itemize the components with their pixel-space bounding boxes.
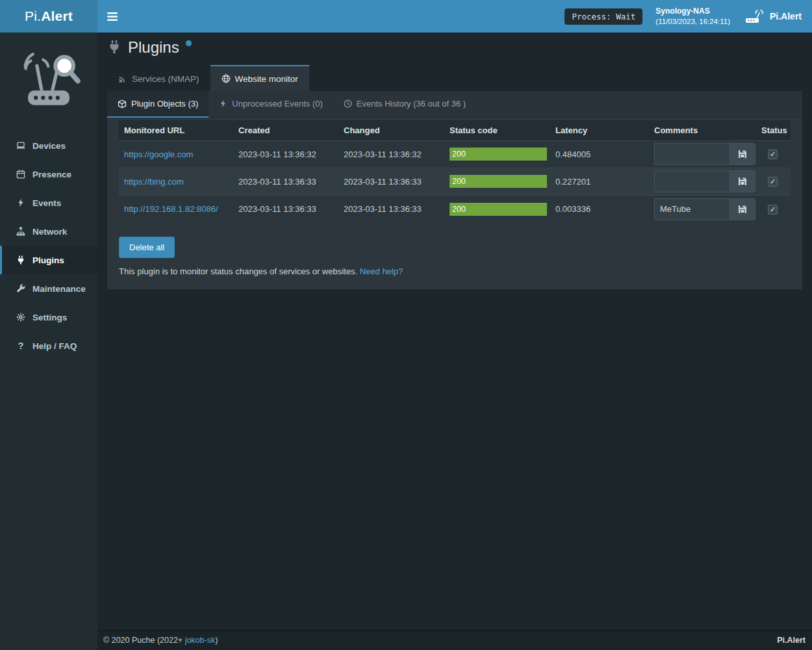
plugin-description-text: This plugin is to monitor status changes… — [119, 266, 357, 276]
monitored-url-link[interactable]: https://google.com — [124, 150, 193, 159]
latency-cell: 0.484005 — [550, 140, 649, 168]
sidebar-item-maintenance[interactable]: Maintenance — [0, 274, 97, 303]
status-code-bar: 200 — [450, 203, 547, 216]
changed-cell: 2023-03-11 13:36:33 — [338, 168, 444, 195]
footer: © 2020 Puche (2022+ jokob-sk) Pi.Alert — [97, 630, 812, 650]
host-timestamp: (11/03/2023, 16:24:11) — [655, 16, 730, 27]
sidebar-item-devices[interactable]: Devices — [0, 131, 97, 160]
comment-input[interactable] — [654, 198, 730, 220]
brand-link[interactable]: Pi.Alert — [744, 0, 812, 32]
sidebar-menu: Devices Presence Events Network Plugins … — [0, 131, 97, 360]
app-logo-bold: Alert — [41, 8, 73, 24]
calendar-icon — [14, 170, 27, 179]
sidebar: Devices Presence Events Network Plugins … — [0, 32, 97, 650]
tab-unprocessed-events[interactable]: Unprocessed Events (0) — [209, 91, 333, 118]
changed-cell: 2023-03-11 13:36:33 — [338, 195, 444, 222]
created-cell: 2023-03-11 13:36:32 — [233, 140, 338, 168]
sidebar-item-presence[interactable]: Presence — [0, 160, 97, 188]
save-comment-button[interactable] — [730, 198, 755, 220]
question-icon: ? — [14, 341, 27, 351]
col-header-status: Status — [756, 120, 791, 140]
pialert-logo — [0, 32, 97, 121]
col-header-changed: Changed — [338, 120, 444, 140]
sidebar-item-help-faq[interactable]: ? Help / FAQ — [0, 332, 97, 360]
sidebar-item-label: Events — [32, 198, 61, 208]
created-cell: 2023-03-11 13:36:33 — [233, 168, 338, 195]
clock-icon — [344, 99, 352, 108]
comment-input-group — [654, 170, 755, 192]
monitored-url-link[interactable]: https://bing.com — [124, 177, 184, 187]
table-row: http://192.168.1.82:8086/ 2023-03-11 13:… — [119, 195, 791, 222]
sidebar-toggle-button[interactable] — [97, 0, 127, 32]
sidebar-item-label: Network — [32, 227, 67, 237]
page-title: Plugins — [128, 39, 179, 56]
save-comment-button[interactable] — [730, 170, 755, 192]
col-header-created: Created — [233, 120, 338, 140]
tab-plugin-objects[interactable]: Plugin Objects (3) — [107, 91, 209, 118]
wrench-icon — [14, 284, 27, 293]
cube-icon — [118, 99, 127, 109]
latency-cell: 0.227201 — [550, 168, 649, 195]
website-monitor-panel: Plugin Objects (3) Unprocessed Events (0… — [107, 91, 802, 289]
floppy-save-icon — [738, 150, 747, 159]
brand-label: Pi.Alert — [770, 11, 802, 21]
globe-icon — [222, 74, 231, 83]
table-row: https://bing.com 2023-03-11 13:36:33 202… — [119, 168, 791, 195]
bolt-icon — [219, 99, 227, 108]
table-row: https://google.com 2023-03-11 13:36:32 2… — [119, 140, 791, 168]
sidebar-item-label: Settings — [32, 313, 67, 322]
sidebar-item-settings[interactable]: Settings — [0, 303, 97, 332]
need-help-link[interactable]: Need help? — [360, 266, 403, 276]
footer-brand: Pi.Alert — [777, 636, 806, 645]
changed-cell: 2023-03-11 13:36:32 — [338, 140, 444, 168]
sidebar-item-plugins[interactable]: Plugins — [0, 246, 97, 274]
status-checkbox[interactable] — [768, 177, 778, 187]
tab-label: Website monitor — [235, 74, 298, 84]
plug-icon — [107, 39, 121, 55]
tab-label: Services (NMAP) — [132, 74, 199, 84]
hamburger-icon — [107, 12, 118, 21]
latency-cell: 0.003336 — [550, 195, 649, 222]
tab-events-history[interactable]: Events History (36 out of 36 ) — [333, 91, 476, 118]
app-logo-light: Pi. — [25, 8, 41, 24]
tab-website-monitor[interactable]: Website monitor — [210, 65, 309, 91]
col-header-status-code: Status code — [444, 120, 550, 140]
col-header-latency: Latency — [550, 120, 649, 140]
comment-input[interactable] — [654, 143, 730, 165]
status-code-bar: 200 — [450, 148, 547, 161]
plugin-inner-tabs: Plugin Objects (3) Unprocessed Events (0… — [107, 91, 802, 118]
save-comment-button[interactable] — [730, 143, 755, 165]
sidebar-item-label: Presence — [32, 170, 71, 179]
sidebar-item-label: Help / FAQ — [32, 341, 77, 351]
floppy-save-icon — [738, 205, 747, 214]
sitemap-icon — [14, 227, 27, 236]
title-help-badge[interactable] — [186, 40, 192, 46]
sidebar-item-network[interactable]: Network — [0, 217, 97, 246]
signal-icon — [118, 74, 127, 83]
app-logo[interactable]: Pi.Alert — [0, 0, 97, 32]
status-checkbox[interactable] — [768, 150, 778, 159]
comment-input-group — [654, 143, 755, 165]
main-content: Plugins Services (NMAP) Website monitor … — [97, 32, 812, 630]
topbar: Pi.Alert Process: Wait Synology-NAS (11/… — [0, 0, 812, 32]
plugin-table-body: https://google.com 2023-03-11 13:36:32 2… — [119, 140, 791, 222]
comment-input[interactable] — [654, 170, 730, 192]
gear-icon — [14, 313, 27, 322]
monitored-url-link[interactable]: http://192.168.1.82:8086/ — [124, 204, 218, 214]
status-code-bar: 200 — [450, 175, 547, 188]
delete-all-button[interactable]: Delete all — [119, 237, 175, 258]
status-checkbox[interactable] — [768, 205, 778, 214]
inner-tab-label: Unprocessed Events (0) — [232, 99, 322, 109]
bolt-icon — [14, 198, 27, 207]
plug-icon — [14, 255, 27, 265]
jokob-sk-link[interactable]: jokob-sk — [185, 636, 216, 645]
inner-tab-label: Plugin Objects (3) — [131, 99, 198, 109]
laptop-icon — [14, 141, 27, 150]
sidebar-item-label: Plugins — [32, 255, 64, 265]
tab-services-nmap[interactable]: Services (NMAP) — [107, 65, 210, 91]
inner-tab-label: Events History (36 out of 36 ) — [357, 99, 466, 109]
sidebar-item-label: Maintenance — [32, 284, 86, 294]
comment-input-group — [654, 198, 755, 220]
sidebar-item-events[interactable]: Events — [0, 188, 97, 217]
host-name: Synology-NAS — [655, 6, 730, 17]
